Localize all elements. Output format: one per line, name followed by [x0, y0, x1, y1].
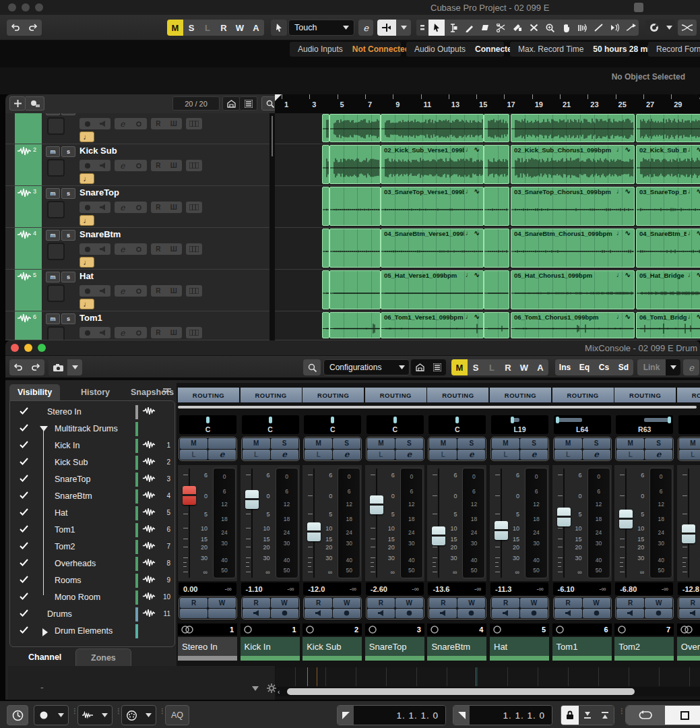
audio-clip[interactable]: 02_Kick_Sub_B♩ ∿: [636, 145, 700, 184]
track-list-config-icon[interactable]: [240, 96, 257, 111]
audio-clip[interactable]: 05_Hat_Bridge♩ ∿: [636, 270, 700, 309]
split-tool[interactable]: [493, 20, 509, 36]
minimize-window-icon[interactable]: [24, 344, 32, 352]
channel-name[interactable]: Hat: [490, 637, 549, 656]
cycle-button[interactable]: [626, 706, 665, 725]
musical-mode-button[interactable]: ♩: [79, 173, 94, 184]
channel-name[interactable]: SnareTop: [365, 637, 424, 656]
write-automation-button[interactable]: W: [208, 598, 236, 608]
track-row[interactable]: 6msTom1eRШ♩: [5, 311, 269, 340]
write-automation-button[interactable]: W: [520, 598, 548, 608]
visibility-row[interactable]: Rooms9: [10, 572, 174, 589]
collapse-arrow-icon[interactable]: [42, 628, 48, 636]
close-window-icon[interactable]: [11, 344, 19, 352]
mc-automation-s-button[interactable]: S: [468, 359, 484, 375]
record-mode-dropdown[interactable]: [53, 706, 68, 725]
channel-solo-button[interactable]: S: [583, 438, 610, 449]
visibility-check-icon[interactable]: [20, 626, 28, 634]
zoom-window-icon[interactable]: [35, 3, 43, 11]
pan-control[interactable]: C: [367, 415, 424, 434]
mc-search-button[interactable]: [303, 359, 321, 375]
glue-tool[interactable]: [509, 20, 526, 36]
channel-listen-button[interactable]: L: [679, 450, 700, 460]
channel-listen-button[interactable]: L: [305, 450, 332, 460]
record-enable-button[interactable]: [333, 609, 360, 619]
visibility-row[interactable]: Multitrack Drums: [10, 421, 174, 437]
midi-mode-dropdown[interactable]: [141, 706, 156, 725]
monitor-button[interactable]: [243, 609, 270, 619]
write-automation-button[interactable]: W: [333, 598, 360, 608]
audio-clip[interactable]: [329, 145, 381, 184]
solo-button[interactable]: s: [61, 146, 75, 157]
midi-din-icon[interactable]: [122, 706, 141, 725]
configurations-dropdown[interactable]: Configurations: [323, 359, 410, 375]
channel-mute-button[interactable]: M: [679, 438, 700, 449]
channel-listen-button[interactable]: L: [492, 450, 519, 460]
mc-config-list-icon[interactable]: [428, 359, 446, 375]
track-row[interactable]: 4msSnareBtmeRШ♩: [5, 228, 269, 270]
channel-mute-button[interactable]: M: [243, 438, 270, 449]
channel-strip-icon[interactable]: [186, 160, 202, 171]
visibility-check-icon[interactable]: [20, 542, 28, 549]
zoom-window-icon[interactable]: [38, 344, 46, 352]
monitor-button[interactable]: [180, 609, 208, 619]
record-enable-button[interactable]: [645, 609, 672, 619]
visibility-row[interactable]: SnareBtm4: [10, 488, 174, 505]
auto-quantize-button[interactable]: AQ: [165, 705, 189, 725]
audio-clip[interactable]: 04_SnareBtm_B♩ ∿: [636, 229, 700, 268]
audio-clip[interactable]: [322, 312, 329, 338]
automation-a-button[interactable]: A: [248, 20, 264, 36]
arrange-area[interactable]: 02_Kick_Sub_Verse1_099bpm♩ ∿02_Kick_Sub_…: [275, 113, 700, 340]
write-automation-button[interactable]: W: [583, 598, 610, 608]
visibility-check-icon[interactable]: [20, 508, 28, 516]
visibility-row[interactable]: Mono Room10: [10, 589, 174, 606]
channel-strip-icon[interactable]: [186, 327, 202, 338]
solo-button[interactable]: s: [61, 230, 75, 241]
solo-button[interactable]: s: [61, 313, 75, 324]
read-automation-button[interactable]: R: [243, 598, 270, 608]
volume-value[interactable]: -12.8: [682, 585, 699, 593]
read-automation-button[interactable]: R: [429, 598, 457, 608]
read-automation-button[interactable]: R: [305, 598, 332, 608]
channel-edit-button[interactable]: e: [520, 450, 548, 460]
record-enable-button[interactable]: [520, 609, 548, 619]
color-tool-dropdown[interactable]: [663, 20, 675, 36]
channel-edit-button[interactable]: e: [583, 450, 610, 460]
hand-tool[interactable]: [558, 20, 574, 36]
automation-m-button[interactable]: M: [167, 20, 183, 36]
channel-listen-button[interactable]: L: [180, 450, 208, 460]
channel-mute-button[interactable]: M: [554, 438, 582, 449]
mc-automation-l-button[interactable]: L: [484, 359, 500, 375]
visibility-check-icon[interactable]: [20, 458, 28, 465]
track-row[interactable]: 3msSnareTopeRШ♩: [5, 186, 269, 228]
mute-button[interactable]: m: [46, 272, 60, 282]
metronome-button[interactable]: [7, 705, 28, 725]
link-button[interactable]: Link: [637, 359, 666, 375]
volume-value[interactable]: -2.60: [371, 585, 387, 593]
track-row[interactable]: 1msKick IneRШ♩: [5, 113, 269, 144]
channel-solo-button[interactable]: [208, 438, 236, 449]
combine-tool[interactable]: [416, 20, 428, 36]
fader-track[interactable]: [438, 468, 439, 578]
channel-edit-button[interactable]: e: [208, 450, 236, 460]
autoscroll-dropdown[interactable]: [396, 20, 411, 36]
audio-clip[interactable]: [322, 270, 329, 309]
audio-clip[interactable]: [329, 229, 381, 268]
channel-edit-button[interactable]: e: [395, 450, 423, 460]
add-track-button[interactable]: [9, 96, 26, 111]
redo-button[interactable]: [27, 359, 44, 375]
audio-clip[interactable]: [484, 145, 509, 184]
mute-button[interactable]: m: [46, 230, 60, 241]
fader-cap[interactable]: [432, 526, 445, 545]
monitor-button[interactable]: [429, 609, 457, 619]
audio-clip[interactable]: [484, 229, 509, 268]
erase-tool[interactable]: [477, 20, 493, 36]
read-automation-button[interactable]: R: [367, 598, 395, 608]
write-automation-button[interactable]: W: [645, 598, 672, 608]
mute-button[interactable]: m: [46, 313, 60, 324]
pan-control[interactable]: C: [179, 415, 236, 434]
punch-in-icon[interactable]: [579, 706, 596, 725]
channel-name[interactable]: SnareBtm: [427, 637, 486, 656]
mute-tool[interactable]: [526, 20, 542, 36]
timeline-ruler[interactable]: 135791113151719212325272931: [275, 94, 700, 113]
